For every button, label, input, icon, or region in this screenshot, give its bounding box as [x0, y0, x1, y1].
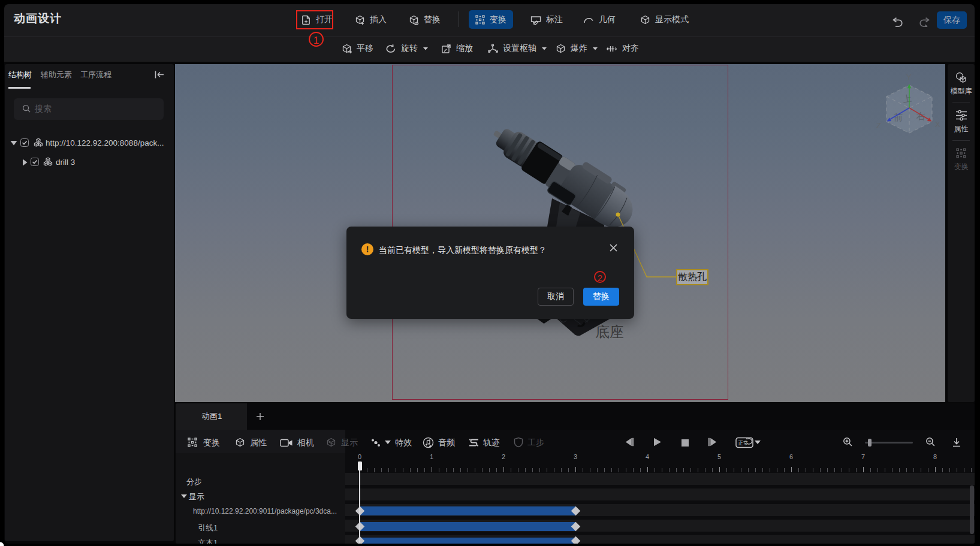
- svg-text:Z: Z: [876, 121, 881, 130]
- svg-text:Y: Y: [906, 73, 912, 82]
- svg-text:上: 上: [902, 93, 913, 104]
- svg-text:X: X: [935, 120, 940, 129]
- svg-text:前: 前: [894, 112, 903, 122]
